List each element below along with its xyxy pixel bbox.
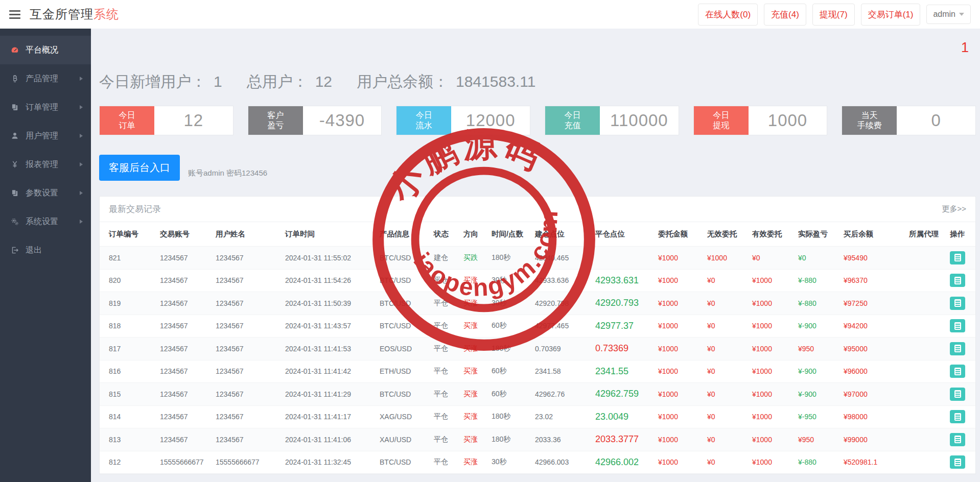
sidebar-item-dashboard[interactable]: 平台概况 <box>0 36 91 64</box>
trade-orders-button[interactable]: 交易订单(1) <box>861 4 921 26</box>
cell-period: 180秒 <box>486 247 530 270</box>
cell-valid-entrust: ¥1000 <box>747 315 793 338</box>
column-header-account: 交易账号 <box>155 222 211 247</box>
sidebar-item-label: 退出 <box>26 245 42 256</box>
cell-order-id: 815 <box>100 383 155 406</box>
recharge-button[interactable]: 充值(4) <box>764 4 806 26</box>
cell-action <box>945 338 975 360</box>
cell-account: 1234567 <box>155 247 211 270</box>
service-credentials-note: 账号admin 密码123456 <box>188 168 267 181</box>
column-header-order-id: 订单编号 <box>100 222 155 247</box>
cell-invalid-entrust: ¥0 <box>702 451 747 474</box>
cell-order-id: 817 <box>100 338 155 360</box>
cell-action <box>945 383 975 406</box>
chevron-right-icon <box>80 105 83 109</box>
table-row: 815123456712345672024-01-31 11:41:29BTC/… <box>100 383 975 406</box>
chevron-right-icon <box>80 134 83 138</box>
cell-post-balance: ¥95000 <box>838 338 904 360</box>
cell-open-price: 0.70369 <box>530 338 590 360</box>
cell-invalid-entrust: ¥0 <box>702 338 747 360</box>
cell-account: 15555666677 <box>155 451 211 474</box>
sidebar-item-label: 用户管理 <box>26 131 58 141</box>
order-detail-button[interactable] <box>950 274 965 287</box>
cell-account: 1234567 <box>155 428 211 451</box>
table-row: 814123456712345672024-01-31 11:41:17XAG/… <box>100 405 975 428</box>
order-detail-button[interactable] <box>950 365 965 378</box>
sidebar-item-system[interactable]: 系统设置 <box>0 207 91 236</box>
cell-direction: 买涨 <box>458 315 486 338</box>
cell-agent <box>904 338 945 360</box>
sidebar-item-product[interactable]: 产品管理 <box>0 64 91 93</box>
cell-post-balance: ¥96370 <box>838 269 904 292</box>
column-header-action: 操作 <box>945 222 975 247</box>
user-dropdown[interactable]: admin <box>926 5 971 24</box>
order-detail-button[interactable] <box>950 433 965 446</box>
cell-open-price: 42933.636 <box>530 269 590 292</box>
hamburger-menu-icon[interactable] <box>9 10 20 19</box>
stat-card: 今日充值110000 <box>545 106 679 135</box>
card-value: 110000 <box>600 106 679 135</box>
stat-cards: 今日订单12客户盈亏-4390今日流水12000今日充值110000今日提现10… <box>99 106 976 135</box>
cell-order-id: 813 <box>100 428 155 451</box>
cell-status: 平仓 <box>429 405 458 428</box>
list-icon <box>954 459 961 466</box>
cell-order-time: 2024-01-31 11:55:02 <box>280 247 375 270</box>
card-label: 当天手续费 <box>842 106 897 135</box>
column-header-order-time: 订单时间 <box>280 222 375 247</box>
cell-post-balance: ¥97000 <box>838 383 904 406</box>
cell-open-price: 23.02 <box>530 405 590 428</box>
cell-post-balance: ¥96000 <box>838 360 904 383</box>
withdraw-button[interactable]: 提现(7) <box>812 4 855 26</box>
card-value: -4390 <box>303 106 382 135</box>
cell-direction: 买涨 <box>458 383 486 406</box>
cell-invalid-entrust: ¥0 <box>702 269 747 292</box>
order-detail-button[interactable] <box>950 319 965 332</box>
card-label: 今日订单 <box>100 106 154 135</box>
cell-order-time: 2024-01-31 11:50:39 <box>280 292 375 315</box>
list-icon <box>954 390 961 398</box>
order-detail-button[interactable] <box>950 410 965 423</box>
table-row: 817123456712345672024-01-31 11:41:53EOS/… <box>100 338 975 360</box>
cell-order-id: 818 <box>100 315 155 338</box>
sidebar-item-orders[interactable]: 订单管理 <box>0 93 91 122</box>
cell-period: 180秒 <box>486 338 530 360</box>
sidebar: 平台概况产品管理订单管理用户管理报表管理参数设置系统设置退出 <box>0 29 91 482</box>
app-title-main: 互金所管理 <box>30 7 94 21</box>
cell-open-price: 42966.003 <box>530 451 590 474</box>
order-detail-button[interactable] <box>950 388 965 401</box>
chevron-right-icon <box>80 191 83 195</box>
users-icon <box>10 131 19 140</box>
order-detail-button[interactable] <box>950 455 965 469</box>
cell-post-balance: ¥98000 <box>838 405 904 428</box>
card-label: 今日提现 <box>694 106 749 135</box>
more-link[interactable]: 更多>> <box>942 204 966 214</box>
cell-action <box>945 315 975 338</box>
cell-product: BTC/USD <box>375 269 429 292</box>
cell-close-price: 2341.55 <box>590 360 653 383</box>
order-detail-button[interactable] <box>950 297 965 310</box>
cell-username: 1234567 <box>211 315 280 338</box>
sidebar-item-logout[interactable]: 退出 <box>0 236 91 264</box>
cell-agent <box>904 405 945 428</box>
sidebar-item-report[interactable]: 报表管理 <box>0 150 91 179</box>
cell-order-time: 2024-01-31 11:32:45 <box>280 451 375 474</box>
cell-close-price: 42977.37 <box>590 315 653 338</box>
sidebar-item-users[interactable]: 用户管理 <box>0 122 91 150</box>
cell-actual-pl: ¥-900 <box>793 383 838 406</box>
cell-post-balance: ¥99000 <box>838 428 904 451</box>
system-icon <box>10 217 19 226</box>
column-header-open-price: 建仓点位 <box>530 222 590 247</box>
list-icon <box>954 322 961 330</box>
service-backend-button[interactable]: 客服后台入口 <box>99 155 180 181</box>
cell-period: 30秒 <box>486 269 530 292</box>
sidebar-item-params[interactable]: 参数设置 <box>0 179 91 207</box>
card-label: 客户盈亏 <box>248 106 303 135</box>
order-detail-button[interactable] <box>950 251 965 264</box>
cell-order-time: 2024-01-31 11:41:06 <box>280 428 375 451</box>
cell-entrust-amount: ¥1000 <box>653 451 702 474</box>
column-header-post-balance: 买后余额 <box>838 222 904 247</box>
order-detail-button[interactable] <box>950 342 965 355</box>
column-header-valid-entrust: 有效委托 <box>747 222 793 247</box>
online-count-button[interactable]: 在线人数(0) <box>698 4 758 26</box>
cell-period: 60秒 <box>486 383 530 406</box>
